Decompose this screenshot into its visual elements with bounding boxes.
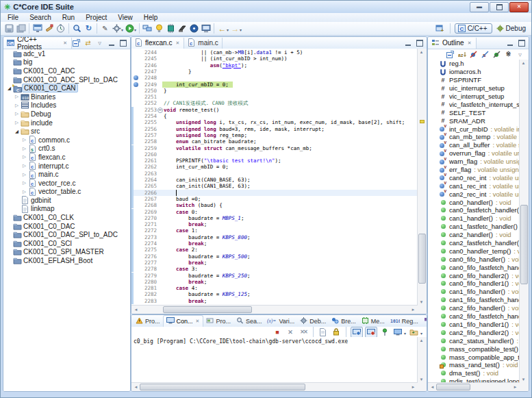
screen-icon[interactable] <box>200 23 212 34</box>
hide-nonpublic-icon[interactable] <box>492 50 501 58</box>
editor-line[interactable]: 2247 } <box>131 69 418 75</box>
editor-line[interactable]: 2265 can_init(CAN1_BASE, 63); <box>131 183 418 189</box>
line-number[interactable]: 2263 <box>140 171 157 177</box>
bulb-icon[interactable] <box>153 23 165 34</box>
collapsed-arrow-icon[interactable]: ▷ <box>21 137 27 142</box>
code-editor[interactable]: 2244 || (can_mb->MB[i].data1 != i + 5)22… <box>131 49 418 306</box>
editor-line[interactable]: 2266 <box>131 190 418 196</box>
pen-icon[interactable]: ✎ <box>99 23 111 34</box>
tree-item[interactable]: CK001_C0_SCI <box>3 239 130 248</box>
console-tab-Me[interactable]: Me... <box>359 316 388 327</box>
sort-icon[interactable]: az <box>457 50 466 58</box>
line-number[interactable]: 2282 <box>140 291 157 297</box>
console-tab-Sea[interactable]: Sea... <box>233 316 265 327</box>
maximize-button[interactable] <box>490 2 509 12</box>
editor-line[interactable]: 2251 <box>131 94 418 100</box>
line-number[interactable]: 2258 <box>140 138 157 145</box>
outline-item[interactable]: #uic_interrupt_setup <box>428 84 520 92</box>
link-editor-icon[interactable]: ⇄ <box>84 39 92 47</box>
line-number[interactable]: 2265 <box>140 183 157 189</box>
line-number[interactable]: 2247 <box>140 69 157 75</box>
editor-line[interactable]: 2271 break; <box>131 221 418 227</box>
editor-line[interactable]: 2260 <box>131 151 418 158</box>
line-number[interactable]: 2257 <box>140 132 157 138</box>
menu-help[interactable]: Help <box>138 14 164 21</box>
outline-item[interactable]: vcan0_rec_int : volatile unsigne <box>428 173 520 182</box>
filters-icon[interactable]: ※ <box>504 50 513 58</box>
collapsed-arrow-icon[interactable]: ▷ <box>14 103 20 108</box>
outline-vscrollbar[interactable]: ▲ ▼ <box>519 60 529 383</box>
editor-tab-main-c[interactable]: cmain.c <box>184 38 222 49</box>
console-tab-Pro[interactable]: Pro... <box>203 316 233 327</box>
editor-line[interactable]: 2244 || (can_mb->MB[i].data1 != i + 5) <box>131 49 418 55</box>
pin-icon[interactable] <box>379 327 390 337</box>
timer-icon[interactable] <box>55 23 66 34</box>
menu-file[interactable]: File <box>2 14 24 21</box>
display-console-dropdown-icon[interactable]: ▾ <box>404 331 406 336</box>
remote-monitors-icon[interactable] <box>142 23 153 34</box>
console-tab-Con[interactable]: Con...✕ <box>163 315 204 327</box>
editor-line[interactable]: 2281 case 4: <box>131 285 418 291</box>
lock-icon[interactable] <box>331 327 342 337</box>
tree-item[interactable]: ▷ccommon.c <box>3 136 130 145</box>
editor-line[interactable]: 2245 || (int_cur_mbID > int_num)) <box>131 55 418 62</box>
line-number[interactable]: 2272 <box>140 227 157 234</box>
outline-hscrollbar[interactable]: ◄ ► <box>428 382 520 391</box>
tree-item[interactable]: ▷include <box>3 119 130 127</box>
outline-item[interactable]: can1_handler() : void <box>428 214 520 223</box>
outline-item[interactable]: voverrun_flag : volatile unsigne <box>428 149 520 158</box>
line-number[interactable]: 2273 <box>140 234 157 240</box>
expanded-arrow-icon[interactable]: ◢ <box>6 86 12 91</box>
open-perspective-icon[interactable]: + <box>434 23 446 34</box>
line-number[interactable]: 2276 <box>140 253 157 260</box>
editor-line[interactable]: 2250} <box>131 88 418 94</box>
line-number[interactable]: 2275 <box>140 247 157 253</box>
tree-item[interactable]: CK001_C0_ADC_SPI_to_DAC <box>3 75 130 84</box>
line-number[interactable]: 2246 <box>140 62 157 69</box>
chip-icon[interactable] <box>165 23 177 34</box>
editor-line[interactable]: 2248 <box>131 75 418 81</box>
menu-project[interactable]: Project <box>80 14 112 21</box>
editor-vscrollbar[interactable]: ▲ ▼ <box>417 49 427 306</box>
editor-line[interactable]: 2272 case 1: <box>131 227 418 234</box>
editor-line[interactable]: 2276 baudrate = KBPS_500; <box>131 253 418 260</box>
tree-item[interactable]: ◢src <box>3 127 130 136</box>
editor-line[interactable]: 2279 baudrate = KBPS_250; <box>131 273 418 279</box>
editor-line[interactable]: 2259 volatile struct can_message_buffers… <box>131 145 418 151</box>
collapse-all-icon[interactable] <box>446 50 455 58</box>
tree-item[interactable]: ▷cmain.c <box>3 170 130 179</box>
line-number[interactable]: 2249 <box>140 82 157 88</box>
editor-line[interactable]: 2282 baudrate = KBPS_125; <box>131 291 418 297</box>
outline-item[interactable]: can2_fifo_fastfetch_handler() : <box>428 312 520 321</box>
editor-line[interactable]: 2273 baudrate = KBPS_800; <box>131 234 418 240</box>
tree-item[interactable]: ▷cvector_table.c <box>3 188 130 197</box>
hide-fields-icon[interactable] <box>469 50 478 58</box>
outline-item[interactable]: can0_handler() : void <box>428 198 520 206</box>
outline-item[interactable]: vcan_all_buffer : volatile struct <box>428 141 520 149</box>
collapsed-arrow-icon[interactable]: ▷ <box>21 146 27 151</box>
outline-item[interactable]: vcan2_rec_int : volatile unsigne <box>428 190 520 198</box>
outline-item[interactable]: can1_fastfetc_handler() : void <box>428 223 520 231</box>
editor-line[interactable]: 2254{ <box>131 113 418 119</box>
display-console-icon[interactable] <box>392 327 403 337</box>
editor-line[interactable]: 2269 case 0: <box>131 209 418 215</box>
line-number[interactable]: 2255 <box>140 119 157 125</box>
outline-item[interactable]: #vic_fastfetch_interrupt_setup <box>428 100 520 108</box>
collapse-all-icon[interactable] <box>72 39 81 47</box>
line-number[interactable]: 2264 <box>140 177 157 183</box>
outline-item[interactable]: mass_compatible_app_test() : <box>428 353 520 361</box>
outline-item[interactable]: mass_rand_test() : void <box>428 361 520 369</box>
line-number[interactable]: 2259 <box>140 145 157 151</box>
outline-item[interactable]: #vic_interrupt_setup <box>428 92 520 101</box>
tree-item[interactable]: ▷Includes <box>3 101 130 110</box>
collapsed-arrow-icon[interactable]: ▷ <box>21 154 27 160</box>
outline-item[interactable]: vint_cur_mbID : volatile int <box>428 125 520 133</box>
outline-item[interactable]: can1_fifo_fastfetch_handler() : <box>428 296 520 304</box>
close-tab-icon[interactable]: ✕ <box>195 318 201 325</box>
maximize-view-icon[interactable] <box>415 39 424 47</box>
editor-line[interactable]: 2280 break; <box>131 279 418 285</box>
menu-view[interactable]: View <box>112 14 138 21</box>
outline-item[interactable]: dma_test() : void <box>428 369 520 377</box>
tree-item[interactable]: CK001_C0_DAC <box>3 222 130 231</box>
minimize-button[interactable]: ▬ <box>470 2 489 12</box>
